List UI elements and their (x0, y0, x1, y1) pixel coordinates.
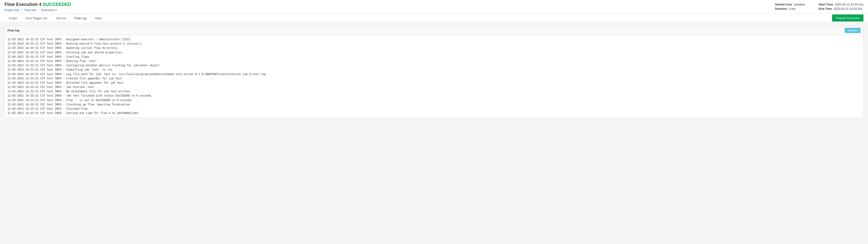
flow-log-title: Flow log (7, 29, 20, 32)
end-time-label: End Time (819, 7, 832, 10)
execution-title-prefix: Flow Execution 4 (4, 2, 41, 7)
start-time-label: Start Time (819, 3, 833, 6)
log-line: 12-03-2022 14:33:31 CST test INFO - Fini… (7, 102, 861, 107)
breadcrumb-project-link[interactable]: Project test (4, 8, 20, 12)
log-line: 12-03-2022 14:33:31 CST test INFO - No a… (7, 89, 861, 94)
flow-log-panel: Flow log Refresh 12-03-2022 14:33:31 CST… (4, 26, 864, 118)
start-time-item: Start Time 2022-03-12 14:33 31s (819, 3, 864, 6)
log-line: 12-03-2022 14:33:31 CST test INFO - Fini… (7, 107, 861, 111)
prepare-execution-button[interactable]: Prepare Execution (832, 14, 864, 22)
flow-log-header: Flow log Refresh (5, 26, 863, 35)
log-line: 12-03-2022 14:33:31 CST test INFO - Conf… (7, 63, 861, 68)
breadcrumb-sep1: / (22, 8, 22, 12)
log-line: 12-03-2022 14:33:31 CST test INFO - Runn… (7, 41, 861, 46)
header-meta-right-group: Start Time 2022-03-12 14:33 31s End Time… (819, 3, 864, 11)
flow-log-content: 12-03-2022 14:33:31 CST test INFO - Assi… (5, 35, 863, 118)
tab-job-list[interactable]: Job List (52, 14, 70, 22)
log-line: 12-03-2022 14:33:31 CST test INFO - Upda… (7, 46, 861, 50)
tab-flow-log[interactable]: Flow Log (70, 14, 91, 22)
tabs-container: Graph Flow Trigger List Job List Flow Lo… (4, 14, 106, 22)
log-line: 12-03-2022 14:33:31 CST test INFO - Atta… (7, 81, 861, 85)
log-line: 12-03-2022 14:33:31 CST test INFO - Log … (7, 72, 861, 77)
main-content: Flow log Refresh 12-03-2022 14:33:31 CST… (0, 22, 868, 121)
submit-user-label: Submit User (775, 3, 792, 6)
log-line: 12-03-2022 14:33:31 CST test INFO - Assi… (7, 37, 861, 41)
refresh-button[interactable]: Refresh (845, 28, 861, 33)
page-title: Flow Execution 4 SUCCEEDED (4, 2, 71, 7)
header-meta: Submit User azkaban Duration 0 sec Start… (775, 2, 864, 11)
log-line: 12-03-2022 14:33:31 CST test INFO - Flow… (7, 98, 861, 102)
duration-value: 0 sec (789, 7, 796, 10)
log-line: 12-03-2022 14:33:31 CST test INFO - Star… (7, 55, 861, 59)
log-line: 12-03-2022 14:33:31 CST test INFO - Job … (7, 94, 861, 98)
tab-graph[interactable]: Graph (4, 14, 21, 22)
tab-stats[interactable]: Stats (91, 14, 106, 22)
page-header: Flow Execution 4 SUCCEEDED Project test … (0, 0, 868, 14)
duration-label: Duration (775, 7, 787, 10)
tab-flow-trigger-list[interactable]: Flow Trigger List (21, 14, 51, 22)
header-meta-left-group: Submit User azkaban Duration 0 sec (775, 3, 805, 11)
log-line: 12-03-2022 14:33:31 CST test INFO - Sett… (7, 111, 861, 115)
log-line: 12-03-2022 14:33:31 CST test INFO - Fetc… (7, 51, 861, 55)
breadcrumb-current: Execution 4 (41, 8, 57, 12)
duration-item: Duration 0 sec (775, 7, 805, 10)
submit-user-value: azkaban (794, 3, 805, 6)
end-time-item: End Time 2022-03-12 14:33 31s (819, 7, 864, 10)
header-left: Flow Execution 4 SUCCEEDED Project test … (4, 2, 71, 12)
breadcrumb-project-label: Project (4, 8, 13, 12)
breadcrumb-project-name: test (14, 8, 19, 12)
breadcrumb: Project test / Flow test / Execution 4 (4, 8, 71, 12)
start-time-value: 2022-03-12 14:33 31s (835, 3, 864, 6)
breadcrumb-flow-link[interactable]: Flow test (24, 8, 37, 12)
log-line: 12-03-2022 14:33:31 CST test INFO - Job … (7, 85, 861, 89)
breadcrumb-flow-name: test (31, 8, 36, 12)
log-line: 12-03-2022 14:33:31 CST test INFO - Crea… (7, 77, 861, 81)
breadcrumb-flow-label: Flow (24, 8, 31, 12)
log-line: 12-03-2022 14:33:31 CST test INFO - Runn… (7, 59, 861, 63)
execution-status: SUCCEEDED (43, 2, 71, 7)
breadcrumb-sep2: / (38, 8, 39, 12)
end-time-value: 2022-03-12 14:33 31s (834, 7, 862, 10)
log-line: 12-03-2022 14:33:31 CST test INFO - Subm… (7, 68, 861, 72)
submit-user-item: Submit User azkaban (775, 3, 805, 6)
tabs-bar: Graph Flow Trigger List Job List Flow Lo… (0, 14, 868, 22)
